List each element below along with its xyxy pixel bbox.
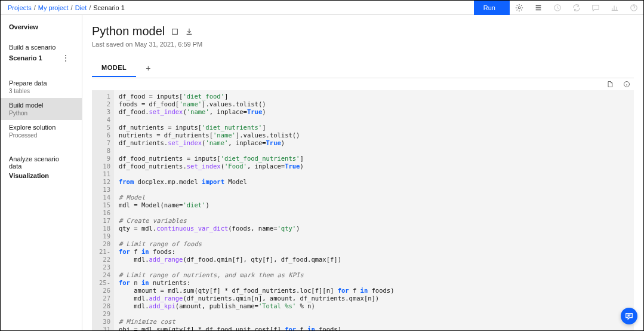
breadcrumb-projects[interactable]: Projects bbox=[8, 4, 32, 11]
sidebar-item-sub: 3 tables bbox=[9, 88, 73, 94]
breadcrumb-my-project[interactable]: My project bbox=[38, 4, 69, 11]
sidebar-item-label: Explore solution bbox=[9, 124, 73, 131]
editor-toolbar bbox=[92, 78, 634, 90]
topbar: Projects / My project / Diet / Scenario … bbox=[1, 1, 643, 15]
run-label: Run bbox=[483, 4, 495, 11]
sidebar-build-scenario-label: Build a scenario bbox=[9, 44, 73, 51]
download-icon[interactable] bbox=[185, 27, 193, 36]
sidebar-item-label: Build model bbox=[9, 102, 73, 109]
run-button[interactable]: Run bbox=[474, 1, 510, 15]
last-saved: Last saved on May 31, 2021, 6:59 PM bbox=[92, 41, 634, 48]
sidebar-analyze-label: Analyze scenario data bbox=[9, 155, 73, 170]
breadcrumb: Projects / My project / Diet / Scenario … bbox=[1, 4, 474, 11]
expand-icon[interactable] bbox=[171, 27, 179, 36]
chart-icon[interactable] bbox=[605, 1, 624, 15]
export-icon[interactable] bbox=[606, 81, 614, 88]
main-header: Python model bbox=[92, 24, 634, 38]
sidebar-scenario-name[interactable]: Scenario 1 bbox=[9, 54, 42, 62]
info-icon[interactable] bbox=[623, 81, 630, 88]
refresh-icon[interactable] bbox=[567, 1, 586, 15]
topbar-actions: Run bbox=[474, 1, 643, 14]
help-fab[interactable] bbox=[621, 308, 637, 324]
page-title: Python model bbox=[92, 24, 165, 38]
chat-icon[interactable] bbox=[586, 1, 605, 15]
sidebar-overview[interactable]: Overview bbox=[9, 23, 73, 30]
sidebar-item-sub: Processed bbox=[9, 132, 73, 139]
sidebar: Overview Build a scenario Scenario 1 ⋮ P… bbox=[1, 15, 82, 330]
breadcrumb-sep: / bbox=[34, 4, 36, 11]
menu-icon[interactable] bbox=[529, 1, 548, 15]
scenario-menu-icon[interactable]: ⋮ bbox=[61, 53, 70, 63]
sidebar-item-sub: Python bbox=[9, 110, 73, 117]
editor-code[interactable]: df_food = inputs['diet_food']foods = df_… bbox=[114, 90, 399, 330]
sidebar-item-build-model[interactable]: Build model Python bbox=[1, 98, 82, 120]
svg-rect-3 bbox=[172, 29, 178, 34]
breadcrumb-sep: / bbox=[89, 4, 91, 11]
chat-icon bbox=[625, 312, 633, 320]
breadcrumb-current: Scenario 1 bbox=[93, 4, 125, 11]
code-editor[interactable]: 123456789101112131415161718192021-222324… bbox=[92, 90, 634, 330]
breadcrumb-sep: / bbox=[71, 4, 73, 11]
sidebar-item-label: Prepare data bbox=[9, 79, 73, 87]
history-icon[interactable] bbox=[548, 1, 567, 15]
breadcrumb-diet[interactable]: Diet bbox=[75, 4, 87, 11]
tab-add[interactable]: + bbox=[136, 59, 160, 78]
sidebar-item-explore-solution[interactable]: Explore solution Processed bbox=[1, 120, 82, 142]
tabs: MODEL + bbox=[92, 59, 634, 78]
editor-gutter: 123456789101112131415161718192021-222324… bbox=[92, 90, 114, 330]
sidebar-visualization[interactable]: Visualization bbox=[9, 172, 73, 179]
settings-icon[interactable] bbox=[510, 1, 529, 15]
sidebar-item-prepare-data[interactable]: Prepare data 3 tables bbox=[1, 76, 82, 98]
tab-model[interactable]: MODEL bbox=[92, 59, 136, 77]
help-icon[interactable] bbox=[624, 1, 643, 15]
main: Python model Last saved on May 31, 2021,… bbox=[82, 15, 643, 330]
svg-point-0 bbox=[518, 7, 520, 9]
